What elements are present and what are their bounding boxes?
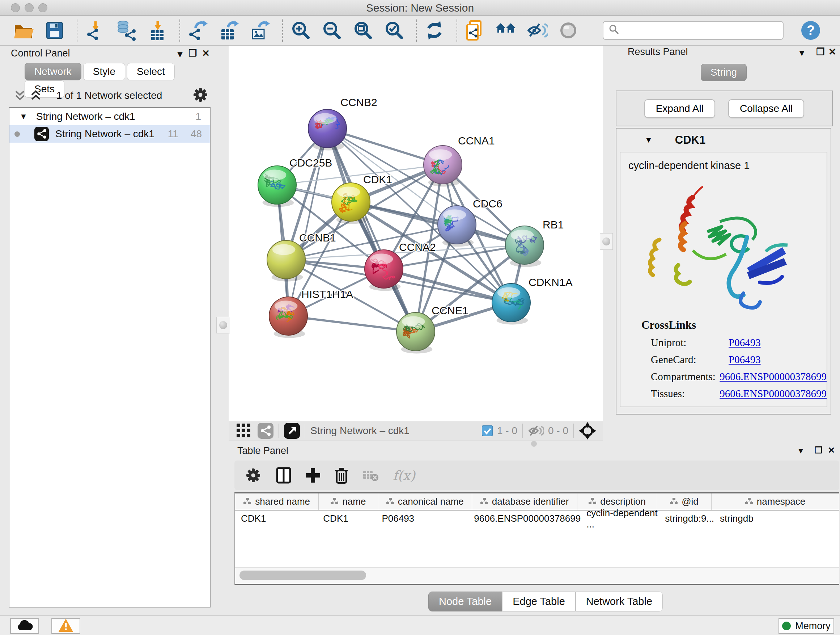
delete-column-icon[interactable] bbox=[334, 466, 349, 485]
crosslink-value-link[interactable]: P06493 bbox=[729, 405, 761, 407]
panel-menu-icon[interactable]: ▾ bbox=[799, 47, 804, 58]
table-panel-title: Table Panel bbox=[237, 445, 288, 456]
column-header-database-identifier[interactable]: database identifier bbox=[472, 494, 577, 510]
open-session-icon[interactable] bbox=[12, 19, 35, 42]
column-header-name[interactable]: name bbox=[319, 494, 378, 510]
crosslink-value-link[interactable]: P06493 bbox=[729, 337, 761, 348]
panel-menu-icon[interactable]: ▾ bbox=[799, 446, 803, 455]
node-label-CDKN1A: CDKN1A bbox=[529, 276, 573, 288]
birds-eye-view-icon[interactable] bbox=[237, 424, 251, 438]
table-cell[interactable]: cyclin-dependent ... bbox=[581, 510, 659, 527]
network-tree-child-row[interactable]: String Network – cdk1 11 48 bbox=[9, 125, 210, 143]
node-CCNA2[interactable] bbox=[365, 250, 403, 291]
node-CDC6[interactable] bbox=[438, 206, 476, 247]
node-HIST1H1A[interactable] bbox=[269, 297, 308, 338]
table-cell[interactable]: stringdb bbox=[714, 510, 839, 527]
column-header-namespace[interactable]: namespace bbox=[712, 494, 839, 510]
import-network-database-icon[interactable] bbox=[115, 19, 137, 42]
table-cell[interactable]: CDK1 bbox=[235, 510, 317, 527]
panel-close-icon[interactable]: ✕ bbox=[202, 48, 210, 59]
zoom-fit-icon[interactable] bbox=[352, 19, 374, 42]
network-canvas[interactable]: CCNB2CCNA1CDC25BCDK1CDC6RB1CCNB1CCNA2CDK… bbox=[229, 46, 603, 421]
help-icon[interactable]: ? bbox=[799, 19, 822, 42]
panel-float-icon[interactable]: ❒ bbox=[188, 48, 197, 59]
column-header--id[interactable]: @id bbox=[657, 494, 712, 510]
duplicate-network-icon[interactable] bbox=[464, 19, 486, 42]
tab-node-table[interactable]: Node Table bbox=[428, 592, 502, 611]
export-network-icon[interactable] bbox=[187, 19, 209, 42]
panel-close-icon[interactable]: ✕ bbox=[829, 46, 836, 57]
column-header-canonical-name[interactable]: canonical name bbox=[378, 494, 472, 510]
add-column-icon[interactable] bbox=[305, 467, 321, 484]
tree-collapse-caret-icon[interactable]: ▼ bbox=[19, 112, 27, 121]
fit-selected-crosshair-icon[interactable] bbox=[579, 422, 596, 440]
network-overview-icon[interactable] bbox=[257, 423, 273, 439]
table-cell[interactable]: P06493 bbox=[376, 510, 468, 527]
tab-network-table[interactable]: Network Table bbox=[576, 592, 663, 611]
warnings-button[interactable] bbox=[51, 618, 80, 634]
node-CCNB1[interactable] bbox=[267, 241, 305, 281]
tab-edge-table[interactable]: Edge Table bbox=[502, 592, 576, 611]
network-tree: ▼ String Network – cdk1 1 String Network… bbox=[9, 107, 210, 608]
panel-menu-icon[interactable]: ▾ bbox=[178, 49, 182, 60]
expand-all-button[interactable]: Expand All bbox=[644, 99, 715, 118]
memory-button[interactable]: Memory bbox=[778, 618, 834, 634]
tab-network[interactable]: Network bbox=[25, 63, 81, 80]
collapse-all-button[interactable]: Collapse All bbox=[728, 99, 804, 118]
crosslink-value-link[interactable]: P06493 bbox=[729, 354, 761, 366]
tab-style[interactable]: Style bbox=[83, 63, 125, 80]
search-input[interactable] bbox=[620, 25, 774, 36]
table-tab-strip: Node TableEdge TableNetwork Table bbox=[428, 592, 663, 611]
import-network-file-icon[interactable] bbox=[84, 19, 106, 42]
refresh-icon[interactable] bbox=[423, 19, 446, 42]
panel-close-icon[interactable]: ✕ bbox=[828, 445, 835, 455]
table-row[interactable]: CDK1CDK1P064939606.ENSP00000378699cyclin… bbox=[235, 510, 839, 527]
table-cell[interactable]: stringdb:9... bbox=[659, 510, 714, 527]
table-horizontal-scrollbar[interactable] bbox=[235, 567, 839, 583]
save-session-icon[interactable] bbox=[43, 19, 66, 42]
toggle-view-icon[interactable] bbox=[557, 19, 579, 42]
node-CCNA1[interactable] bbox=[424, 146, 462, 187]
node-CDC25B[interactable] bbox=[258, 166, 296, 207]
import-table-icon[interactable] bbox=[146, 19, 169, 42]
table-settings-gear-icon[interactable] bbox=[245, 467, 262, 484]
zoom-in-icon[interactable] bbox=[289, 19, 312, 42]
selected-checkbox-icon[interactable] bbox=[482, 425, 493, 436]
node-RB1[interactable] bbox=[505, 226, 544, 267]
entry-collapse-caret-icon[interactable]: ▼ bbox=[645, 135, 653, 145]
right-splitter-handle[interactable] bbox=[600, 233, 613, 250]
hidden-eye-slash-icon[interactable] bbox=[528, 424, 544, 438]
column-header-shared-name[interactable]: shared name bbox=[235, 494, 319, 510]
network-options-gear-icon[interactable] bbox=[192, 86, 209, 105]
node-CDK1[interactable] bbox=[332, 183, 370, 224]
node-CCNE1[interactable] bbox=[396, 312, 435, 353]
show-all-networks-icon[interactable] bbox=[495, 19, 517, 42]
crosslink-value-link[interactable]: 9606.ENSP00000378699 bbox=[720, 388, 827, 400]
hide-selected-icon[interactable] bbox=[526, 19, 548, 42]
crosslink-label: Uniprot: bbox=[651, 337, 729, 348]
network-tree-root-row[interactable]: ▼ String Network – cdk1 1 bbox=[9, 108, 210, 125]
crosslink-value-link[interactable]: 9606.ENSP00000378699 bbox=[720, 371, 827, 383]
detach-view-icon[interactable] bbox=[284, 423, 300, 439]
table-cell[interactable]: CDK1 bbox=[317, 510, 376, 527]
left-splitter-handle[interactable] bbox=[216, 317, 230, 333]
tab-string[interactable]: String bbox=[701, 64, 747, 81]
result-entry-header[interactable]: ▼ CDK1 bbox=[616, 128, 831, 152]
export-table-icon[interactable] bbox=[218, 19, 240, 42]
panel-float-icon[interactable]: ❒ bbox=[816, 46, 824, 57]
cloud-status-button[interactable] bbox=[10, 618, 39, 634]
zoom-out-icon[interactable] bbox=[321, 19, 343, 42]
network-graph[interactable]: CCNB2CCNA1CDC25BCDK1CDC6RB1CCNB1CCNA2CDK… bbox=[229, 46, 603, 421]
results-tab-strip: String bbox=[611, 64, 838, 81]
show-columns-icon[interactable] bbox=[276, 467, 292, 484]
scrollbar-thumb[interactable] bbox=[240, 570, 366, 580]
table-cell[interactable]: 9606.ENSP00000378699 bbox=[468, 510, 581, 527]
export-image-icon[interactable] bbox=[249, 19, 271, 42]
panel-float-icon[interactable]: ❒ bbox=[815, 445, 823, 455]
zoom-selected-icon[interactable] bbox=[383, 19, 405, 42]
tab-select[interactable]: Select bbox=[127, 63, 175, 80]
edge-CCNB2-CCNE1[interactable] bbox=[327, 128, 416, 332]
node-CDKN1A[interactable] bbox=[492, 283, 531, 325]
bottom-splitter-handle[interactable] bbox=[531, 441, 537, 447]
toolbar-separator bbox=[180, 19, 180, 42]
